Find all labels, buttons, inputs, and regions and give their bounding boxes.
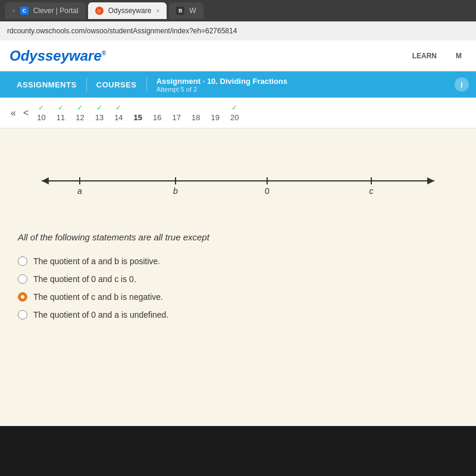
question-num-label: 15 xyxy=(134,113,142,122)
learn-button[interactable]: LEARN xyxy=(408,49,441,62)
question-num-label: 11 xyxy=(57,113,65,122)
question-number-15[interactable]: 15 xyxy=(134,104,142,122)
question-num-label: 13 xyxy=(95,113,104,122)
question-number-14[interactable]: ✓14 xyxy=(114,104,123,122)
answer-choices: The quotient of a and b is positive.The … xyxy=(18,256,458,320)
question-number-13[interactable]: ✓13 xyxy=(95,104,104,122)
svg-marker-1 xyxy=(42,177,49,184)
question-number-10[interactable]: ✓10 xyxy=(37,104,45,122)
svg-text:a: a xyxy=(77,186,82,196)
question-number-20[interactable]: ✓20 xyxy=(230,104,239,122)
header-nav-right: LEARN M xyxy=(408,49,466,62)
question-num-label: 16 xyxy=(153,113,161,122)
answer-choice-1[interactable]: The quotient of a and b is positive. xyxy=(18,256,458,266)
checkmark-icon: ✓ xyxy=(77,104,83,112)
odysseyware-tab-icon: ⊙ xyxy=(95,7,104,15)
checkmark-icon: ✓ xyxy=(38,104,44,112)
logo-text: Odysseyware xyxy=(10,48,102,64)
browser-chrome: × C Clever | Portal ⊙ Odysseyware × B W … xyxy=(0,0,476,40)
question-numbers: ✓10✓11✓12✓13✓141516171819✓20 xyxy=(32,104,243,122)
answer-text-3: The quotient of c and b is negative. xyxy=(33,292,163,302)
checkmark-icon: ✓ xyxy=(96,104,102,112)
address-bar[interactable]: rdcounty.owschools.com/owsoo/studentAssi… xyxy=(0,21,476,40)
b-tab-icon: B xyxy=(176,7,184,15)
tab-clever[interactable]: × C Clever | Portal xyxy=(5,2,86,19)
svg-text:c: c xyxy=(369,186,374,196)
answer-text-4: The quotient of 0 and a is undefined. xyxy=(33,310,168,320)
question-text: All of the following statements are all … xyxy=(18,232,458,242)
assignment-info: Assignment · 10. Dividing Fractions Atte… xyxy=(147,77,297,93)
question-number-11[interactable]: ✓11 xyxy=(57,104,65,122)
tab-odysseyware-close-icon[interactable]: × xyxy=(156,8,159,14)
answer-text-2: The quotient of 0 and c is 0. xyxy=(33,274,136,284)
radio-button-1[interactable] xyxy=(18,256,27,266)
tab-b-label: W xyxy=(189,7,196,15)
answer-choice-2[interactable]: The quotient of 0 and c is 0. xyxy=(18,274,458,284)
assignment-title: Assignment · 10. Dividing Fractions xyxy=(156,77,287,86)
question-number-17[interactable]: 17 xyxy=(173,104,181,122)
radio-button-2[interactable] xyxy=(18,274,27,284)
question-num-label: 12 xyxy=(76,113,84,122)
prev-arrow[interactable]: < xyxy=(20,108,32,118)
checkmark-icon: ✓ xyxy=(58,104,64,112)
question-num-label: 10 xyxy=(37,113,45,122)
clever-icon: C xyxy=(20,7,29,15)
question-num-label: 20 xyxy=(230,113,239,122)
question-num-label: 17 xyxy=(173,113,181,122)
question-statement: All of the following statements are all … xyxy=(18,232,209,242)
radio-button-4[interactable] xyxy=(18,310,27,320)
app-logo: Odysseyware® xyxy=(10,48,106,64)
question-number-12[interactable]: ✓12 xyxy=(76,104,84,122)
question-nav: « < ✓10✓11✓12✓13✓141516171819✓20 xyxy=(0,98,476,129)
tab-bar: × C Clever | Portal ⊙ Odysseyware × B W xyxy=(0,0,476,21)
question-num-label: 19 xyxy=(211,113,219,122)
question-number-16[interactable]: 16 xyxy=(153,104,161,122)
assignment-attempt: Attempt 5 of 2 xyxy=(156,86,287,93)
nav-bar: ASSIGNMENTS COURSES Assignment · 10. Div… xyxy=(0,71,476,98)
tab-odysseyware[interactable]: ⊙ Odysseyware × xyxy=(88,2,167,19)
question-number-19[interactable]: 19 xyxy=(211,104,219,122)
question-number-18[interactable]: 18 xyxy=(192,104,200,122)
svg-text:0: 0 xyxy=(265,186,270,196)
address-text: rdcounty.owschools.com/owsoo/studentAssi… xyxy=(7,27,237,35)
number-line-container: a b 0 c xyxy=(18,152,458,214)
app-container: Odysseyware® LEARN M ASSIGNMENTS COURSES… xyxy=(0,40,476,426)
answer-choice-4[interactable]: The quotient of 0 and a is undefined. xyxy=(18,310,458,320)
more-button[interactable]: M xyxy=(451,49,466,62)
tab-close-icon[interactable]: × xyxy=(12,8,15,14)
svg-text:b: b xyxy=(173,186,178,196)
answer-choice-3[interactable]: The quotient of c and b is negative. xyxy=(18,292,458,302)
checkmark-icon: ✓ xyxy=(231,104,237,112)
radio-button-3[interactable] xyxy=(18,292,27,302)
tab-clever-label: Clever | Portal xyxy=(33,7,79,15)
checkmark-icon: ✓ xyxy=(115,104,121,112)
answer-text-1: The quotient of a and b is positive. xyxy=(33,256,160,266)
svg-marker-2 xyxy=(427,177,434,184)
prev-prev-arrow[interactable]: « xyxy=(7,108,20,118)
info-icon[interactable]: i xyxy=(455,77,469,92)
except-text: except xyxy=(183,232,209,242)
question-num-label: 14 xyxy=(114,113,123,122)
app-header: Odysseyware® LEARN M xyxy=(0,40,476,71)
logo-trademark: ® xyxy=(102,50,106,57)
tab-odysseyware-label: Odysseyware xyxy=(108,7,152,15)
assignments-nav[interactable]: ASSIGNMENTS xyxy=(7,80,86,89)
courses-nav[interactable]: COURSES xyxy=(87,80,146,89)
tab-b[interactable]: B W xyxy=(169,2,203,19)
question-num-label: 18 xyxy=(192,113,200,122)
number-line-svg: a b 0 c xyxy=(18,164,458,200)
content-area: a b 0 c All of the following statements … xyxy=(0,129,476,426)
